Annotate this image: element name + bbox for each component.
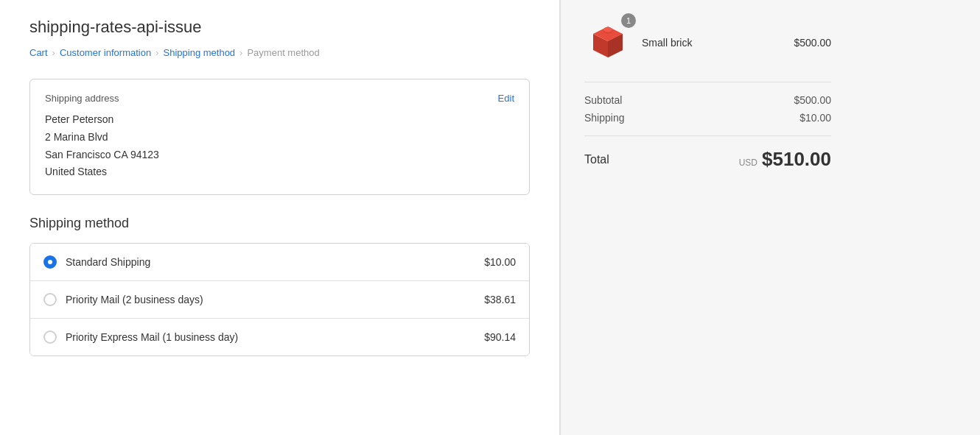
product-badge: 1: [621, 13, 636, 28]
product-price: $500.00: [794, 37, 831, 49]
left-panel: shipping-rates-api-issue Cart › Customer…: [0, 0, 560, 435]
total-label: Total: [584, 153, 609, 166]
shipping-option-priority-mail-price: $38.61: [484, 294, 516, 305]
address-name: Peter Peterson: [45, 111, 514, 129]
product-info: 1 Small brick: [584, 18, 692, 67]
total-row: Total USD $510.00: [584, 135, 831, 171]
address-card: Shipping address Edit Peter Peterson 2 M…: [29, 79, 530, 195]
breadcrumb-cart[interactable]: Cart: [29, 47, 48, 58]
shipping-option-priority-express-left: Priority Express Mail (1 business day): [43, 330, 238, 344]
shipping-option-priority-express-label: Priority Express Mail (1 business day): [66, 331, 238, 343]
shipping-label: Shipping: [584, 112, 625, 124]
address-city-state-zip: San Francisco CA 94123: [45, 146, 514, 164]
shipping-option-priority-express[interactable]: Priority Express Mail (1 business day) $…: [30, 319, 529, 356]
product-name: Small brick: [642, 37, 692, 49]
shipping-method-title: Shipping method: [29, 216, 530, 231]
address-street: 2 Marina Blvd: [45, 129, 514, 146]
product-row: 1 Small brick $500.00: [584, 18, 831, 82]
svg-point-5: [603, 27, 612, 32]
shipping-option-priority-express-price: $90.14: [484, 331, 516, 343]
shipping-option-standard-price: $10.00: [484, 256, 516, 268]
right-panel: 1 Small brick $500.00 Subtotal $500.00 S…: [560, 0, 855, 435]
product-image-wrapper: 1: [584, 18, 631, 67]
breadcrumb: Cart › Customer information › Shipping m…: [29, 47, 530, 58]
breadcrumb-customer-info[interactable]: Customer information: [60, 47, 151, 58]
shipping-option-standard-left: Standard Shipping: [43, 255, 150, 269]
breadcrumb-payment-method: Payment method: [247, 47, 319, 58]
shipping-options: Standard Shipping $10.00 Priority Mail (…: [29, 243, 530, 356]
shipping-option-standard-label: Standard Shipping: [66, 256, 150, 268]
address-card-title: Shipping address: [45, 93, 119, 104]
subtotal-row: Subtotal $500.00: [584, 94, 831, 106]
radio-standard[interactable]: [43, 255, 57, 269]
total-amount: $510.00: [762, 148, 831, 171]
breadcrumb-sep-3: ›: [239, 47, 242, 58]
page-title: shipping-rates-api-issue: [29, 18, 530, 37]
address-info: Peter Peterson 2 Marina Blvd San Francis…: [45, 111, 514, 181]
shipping-option-standard[interactable]: Standard Shipping $10.00: [30, 244, 529, 281]
total-amount-wrapper: USD $510.00: [739, 148, 831, 171]
breadcrumb-sep-2: ›: [155, 47, 158, 58]
breadcrumb-sep-1: ›: [52, 47, 55, 58]
radio-priority-mail[interactable]: [43, 293, 57, 306]
total-currency: USD: [739, 158, 757, 168]
shipping-row: Shipping $10.00: [584, 112, 831, 124]
breadcrumb-shipping-method[interactable]: Shipping method: [164, 47, 236, 58]
shipping-option-priority-mail[interactable]: Priority Mail (2 business days) $38.61: [30, 281, 529, 319]
address-country: United States: [45, 163, 514, 181]
shipping-value: $10.00: [799, 112, 831, 124]
subtotal-value: $500.00: [794, 94, 831, 106]
summary-rows: Subtotal $500.00 Shipping $10.00: [584, 94, 831, 124]
shipping-option-priority-mail-label: Priority Mail (2 business days): [66, 294, 203, 305]
edit-address-link[interactable]: Edit: [498, 93, 514, 104]
address-card-header: Shipping address Edit: [45, 93, 514, 104]
radio-priority-express[interactable]: [43, 330, 57, 344]
subtotal-label: Subtotal: [584, 94, 622, 106]
shipping-option-priority-mail-left: Priority Mail (2 business days): [43, 293, 203, 306]
